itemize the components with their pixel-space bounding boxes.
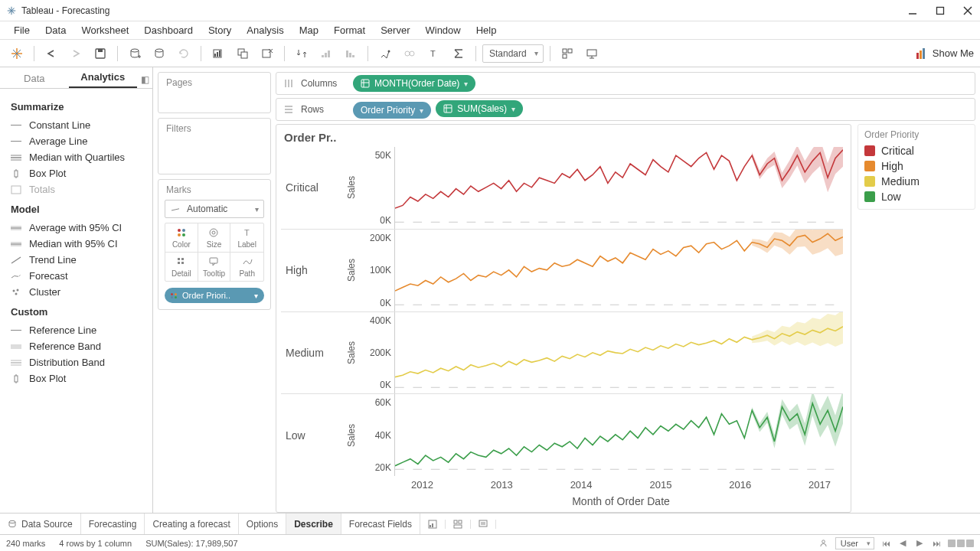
filters-card[interactable]: Filters — [158, 118, 271, 174]
menu-worksheet[interactable]: Worksheet — [74, 23, 136, 37]
sheet-tab-forecasting[interactable]: Forecasting — [81, 514, 145, 534]
marks-path[interactable]: Path — [230, 253, 263, 281]
pages-card[interactable]: Pages — [158, 72, 271, 113]
analytics-average-with-95-ci[interactable]: Average with 95% CI — [0, 220, 152, 236]
marks-color-pill[interactable]: Order Priori.. ▾ — [165, 288, 264, 303]
nav-next-icon[interactable]: ▶ — [914, 538, 925, 549]
redo-button[interactable] — [65, 43, 87, 64]
rows-shelf[interactable]: Rows Order Priority▾SUM(Sales)▾ — [276, 98, 975, 121]
show-me-button[interactable]: Show Me — [916, 47, 974, 60]
viz-column: Columns MONTH(Order Date)▾ Rows Order Pr… — [276, 67, 980, 513]
menu-analysis[interactable]: Analysis — [239, 23, 291, 37]
analytics-box-plot[interactable]: Box Plot — [0, 165, 152, 181]
analytics-constant-line[interactable]: Constant Line — [0, 117, 152, 133]
totals-button[interactable] — [448, 43, 469, 64]
legend-item-critical[interactable]: Critical — [864, 143, 969, 158]
marks-color[interactable]: Color — [165, 223, 198, 253]
sort-desc-button[interactable] — [340, 43, 361, 64]
menu-map[interactable]: Map — [292, 23, 326, 37]
menu-help[interactable]: Help — [469, 23, 505, 37]
svg-rect-44 — [920, 51, 922, 59]
show-cards-button[interactable] — [557, 43, 578, 64]
facet-plot[interactable] — [394, 230, 843, 311]
analytics-distribution-band[interactable]: Distribution Band — [0, 354, 152, 370]
analytics-median-with-quartiles[interactable]: Median with Quartiles — [0, 149, 152, 165]
pill-sum-sales-[interactable]: SUM(Sales)▾ — [436, 100, 523, 117]
tableau-icon[interactable] — [6, 43, 28, 64]
menu-server[interactable]: Server — [373, 23, 417, 37]
new-worksheet-tab-button[interactable] — [420, 520, 446, 529]
marks-label[interactable]: TLabel — [230, 223, 263, 253]
data-source-tab[interactable]: Data Source — [0, 514, 81, 534]
clear-button[interactable] — [256, 43, 278, 64]
facet-plot[interactable] — [394, 147, 843, 229]
analytics-trend-line[interactable]: Trend Line — [0, 252, 152, 268]
undo-button[interactable] — [41, 43, 62, 64]
analytics-median-with-95-ci[interactable]: Median with 95% CI — [0, 236, 152, 252]
labels-button[interactable]: T — [423, 43, 445, 64]
presentation-button[interactable] — [581, 43, 603, 64]
menubar: FileDataWorksheetDashboardStoryAnalysisM… — [0, 21, 980, 40]
ci-icon — [11, 223, 21, 233]
menu-window[interactable]: Window — [417, 23, 468, 37]
pill-order-priority[interactable]: Order Priority▾ — [353, 102, 431, 119]
sheet-tab-options[interactable]: Options — [239, 514, 286, 534]
analytics-totals[interactable]: Totals — [0, 181, 152, 197]
swap-button[interactable] — [291, 43, 312, 64]
minimize-button[interactable] — [906, 5, 919, 17]
menu-data[interactable]: Data — [38, 23, 74, 37]
group-button[interactable] — [399, 43, 420, 64]
highlight-button[interactable] — [374, 43, 396, 64]
view-mode-icons[interactable] — [948, 540, 974, 547]
analytics-reference-line[interactable]: Reference Line — [0, 322, 152, 338]
trend-icon — [11, 255, 21, 266]
facet-plot[interactable] — [394, 312, 843, 394]
marks-size[interactable]: Size — [198, 223, 231, 253]
columns-shelf[interactable]: Columns MONTH(Order Date)▾ — [276, 72, 975, 95]
tab-data[interactable]: Data — [0, 69, 69, 88]
svg-point-14 — [131, 49, 139, 52]
new-dashboard-tab-button[interactable] — [446, 520, 471, 529]
detail-icon — [176, 256, 187, 268]
analytics-forecast[interactable]: Forecast — [0, 268, 152, 284]
pin-icon[interactable]: ◧ — [137, 74, 152, 88]
nav-last-icon[interactable]: ⏭ — [931, 538, 942, 549]
y-axis-label: Sales — [346, 176, 357, 199]
y-axis-label: Sales — [346, 259, 357, 282]
facet-plot[interactable] — [394, 394, 843, 476]
analytics-box-plot[interactable]: Box Plot — [0, 370, 152, 386]
legend-item-low[interactable]: Low — [864, 189, 969, 204]
marks-tooltip[interactable]: Tooltip — [198, 253, 231, 281]
new-story-tab-button[interactable] — [471, 520, 496, 529]
analytics-reference-band[interactable]: Reference Band — [0, 338, 152, 354]
analytics-average-line[interactable]: Average Line — [0, 133, 152, 149]
duplicate-button[interactable] — [232, 43, 253, 64]
user-combo[interactable]: User — [835, 537, 874, 549]
marks-type-combo[interactable]: Automatic — [165, 200, 264, 218]
pill-month-order-date-[interactable]: MONTH(Order Date)▾ — [353, 75, 475, 92]
pause-updates-button[interactable] — [149, 43, 170, 64]
sort-asc-button[interactable] — [315, 43, 337, 64]
save-button[interactable] — [90, 43, 111, 64]
sheet-tab-describe[interactable]: Describe — [286, 514, 341, 534]
menu-dashboard[interactable]: Dashboard — [136, 23, 201, 37]
menu-file[interactable]: File — [6, 23, 38, 37]
analytics-cluster[interactable]: Cluster — [0, 284, 152, 300]
nav-first-icon[interactable]: ⏮ — [880, 538, 891, 549]
new-data-button[interactable] — [124, 43, 145, 64]
refresh-button[interactable] — [173, 43, 194, 64]
menu-story[interactable]: Story — [201, 23, 239, 37]
maximize-button[interactable] — [934, 5, 946, 17]
sheet-tab-forecast-fields[interactable]: Forecast Fields — [341, 514, 420, 534]
marks-detail[interactable]: Detail — [165, 253, 198, 281]
legend-item-high[interactable]: High — [864, 158, 969, 174]
menu-format[interactable]: Format — [326, 23, 373, 37]
fit-mode-combo[interactable]: Standard — [482, 44, 544, 63]
nav-prev-icon[interactable]: ◀ — [897, 538, 908, 549]
tab-analytics[interactable]: Analytics — [69, 67, 138, 88]
label-icon: T — [242, 227, 253, 239]
sheet-tab-creating-a-forecast[interactable]: Creating a forecast — [145, 514, 238, 534]
new-worksheet-button[interactable] — [207, 43, 229, 64]
legend-item-medium[interactable]: Medium — [864, 174, 969, 189]
close-button[interactable] — [962, 5, 974, 17]
